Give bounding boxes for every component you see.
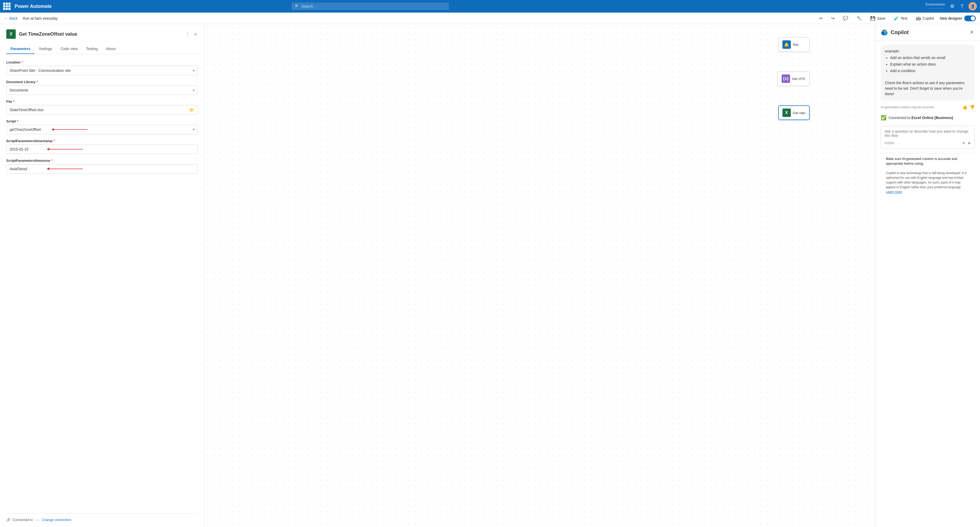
timestamp-input[interactable]: 2015-01-15 (6, 144, 198, 154)
recurrence-node-icon: 🔔 (783, 40, 791, 49)
location-label: Location * (6, 60, 198, 64)
chat-bubble-intro: example: (885, 49, 900, 53)
script-select[interactable]: getTimeZoneOffset ▾ (6, 125, 198, 134)
tab-code-view[interactable]: Code view (56, 44, 82, 54)
copilot-panel: Copilot ✕ example: Add an action that se… (875, 24, 980, 527)
chat-bubble: example: Add an action that sends an ema… (881, 45, 975, 101)
copilot-close-button[interactable]: ✕ (969, 28, 975, 36)
timezone-label: ScriptParameters/timezone * (6, 159, 198, 163)
environments-section: Environments ····· ···· ··· ····· (926, 3, 945, 10)
undo-icon: ↩ (819, 16, 823, 21)
connected-check-icon: ✅ (881, 115, 886, 121)
check-button[interactable]: 🔧 (854, 14, 864, 22)
comments-button[interactable]: 💬 (840, 14, 851, 22)
environments-value: ····· ···· ··· ····· (928, 6, 945, 10)
char-count: 0/2000 (885, 141, 894, 145)
document-library-chevron: ▾ (193, 88, 194, 92)
timezone-group: ScriptParameters/timezone * Asia/Seoul (6, 159, 198, 174)
copilot-header: Copilot ✕ (875, 24, 980, 41)
timezone-value: Asia/Seoul (10, 167, 27, 171)
new-designer-switch[interactable] (964, 16, 976, 21)
left-panel: X Get TimeZoneOffset value ⋮ « Parameter… (0, 24, 204, 527)
back-button[interactable]: ← Back (4, 16, 18, 21)
chat-bubble-list: Add an action that sends an email Explai… (890, 55, 970, 73)
location-chevron: ▾ (193, 69, 194, 72)
timestamp-required: * (54, 139, 55, 143)
connected-text: Connected to Excel Online (Business) (889, 116, 953, 120)
copilot-icon: 🤖 (916, 16, 921, 21)
file-value: /DateTimeOffset.xlsx (10, 108, 43, 112)
redo-button[interactable]: ↪ (829, 14, 837, 22)
learn-more-link[interactable]: Learn more (886, 190, 902, 194)
new-designer-label: New designer (940, 16, 962, 21)
flow-node-get-utc[interactable]: {x} Get UTC (778, 71, 810, 86)
script-group: Script * getTimeZoneOffset ▾ (6, 119, 198, 134)
get-value-node-label: Get valu (793, 111, 805, 115)
search-input[interactable] (301, 4, 446, 8)
search-bar[interactable]: 🔍 (292, 3, 449, 10)
copilot-label: Copilot (923, 16, 934, 21)
redo-icon: ↪ (831, 16, 835, 21)
tab-testing[interactable]: Testing (82, 44, 102, 54)
save-button[interactable]: 💾 Save (868, 14, 888, 22)
back-label: Back (10, 16, 18, 21)
save-icon: 💾 (870, 16, 875, 21)
chat-bubble-followup: Check the flow's actions to see if any p… (885, 81, 964, 96)
panel-header: X Get TimeZoneOffset value ⋮ « (6, 29, 198, 39)
search-icon: 🔍 (295, 4, 299, 8)
document-library-value: Documents (10, 88, 28, 92)
document-library-label: Document Library * (6, 80, 198, 84)
new-designer-toggle: New designer (940, 16, 976, 21)
back-arrow-icon: ← (4, 16, 8, 21)
panel-title: Get TimeZoneOffset value (19, 32, 77, 37)
timezone-input[interactable]: Asia/Seoul (6, 164, 198, 174)
tab-parameters[interactable]: Parameters (6, 44, 35, 54)
location-select[interactable]: SharePoint Site - Communication site ▾ (6, 66, 198, 75)
document-library-select[interactable]: Documents ▾ (6, 85, 198, 95)
collapse-button[interactable]: « (193, 30, 198, 38)
file-input[interactable]: /DateTimeOffset.xlsx 📁 (6, 105, 198, 115)
comments-icon: 💬 (843, 16, 848, 21)
timezone-arrow-annotation (49, 169, 83, 169)
test-label: Test (900, 16, 907, 21)
sparkle-button[interactable]: ✦ (962, 141, 965, 145)
flow-node-get-value[interactable]: X Get valu (778, 105, 810, 120)
connected-to-label: Connected to (13, 518, 33, 522)
thumbs-down-button[interactable]: 👎 (969, 105, 975, 110)
canvas-area[interactable]: 🔔 Rec {x} Get UTC X Get valu (204, 24, 875, 527)
copilot-body: example: Add an action that sends an ema… (875, 41, 980, 527)
get-value-node-icon: X (783, 109, 791, 117)
chat-input-area[interactable]: 0/2000 ✦ ➤ (881, 126, 975, 149)
recurrence-node-label: Rec (793, 43, 799, 47)
tab-about[interactable]: About (102, 44, 120, 54)
script-chevron: ▾ (193, 128, 194, 131)
location-value: SharePoint Site - Communication site (10, 69, 71, 73)
check-icon: 🔧 (857, 16, 862, 21)
timezone-required: * (51, 159, 52, 163)
document-library-required: * (37, 80, 38, 84)
send-button[interactable]: ➤ (967, 141, 971, 145)
chat-input[interactable] (885, 129, 971, 137)
test-button[interactable]: 🧪 Test (891, 14, 910, 22)
file-required: * (13, 100, 14, 104)
help-button[interactable]: ? (959, 3, 964, 10)
chat-item-1: Add an action that sends an email (890, 55, 970, 61)
settings-button[interactable]: ⚙ (949, 2, 955, 10)
more-options-button[interactable]: ⋮ (184, 30, 191, 38)
save-label: Save (877, 16, 885, 21)
feedback-buttons: 👍 👎 (962, 105, 975, 110)
flow-node-recurrence[interactable]: 🔔 Rec (778, 37, 810, 52)
tab-settings[interactable]: Settings (35, 44, 56, 54)
footer-subtext: Copilot is new technology that is still … (886, 171, 967, 189)
nav-actions: Environments ····· ···· ··· ····· ⚙ ? 👤 (926, 2, 977, 11)
footer-disclaimer: Make sure AI-generated content is accura… (881, 153, 975, 197)
change-connection-link[interactable]: Change connection (42, 518, 71, 522)
waffle-menu[interactable] (3, 3, 11, 10)
undo-button[interactable]: ↩ (817, 14, 826, 22)
copilot-button[interactable]: 🤖 Copilot (913, 14, 937, 22)
chat-input-actions: ✦ ➤ (962, 141, 971, 145)
timestamp-group: ScriptParameters/timestamp * 2015-01-15 (6, 139, 198, 154)
thumbs-up-button[interactable]: 👍 (962, 105, 967, 110)
folder-icon[interactable]: 📁 (189, 107, 194, 112)
avatar[interactable]: 👤 (969, 2, 977, 11)
